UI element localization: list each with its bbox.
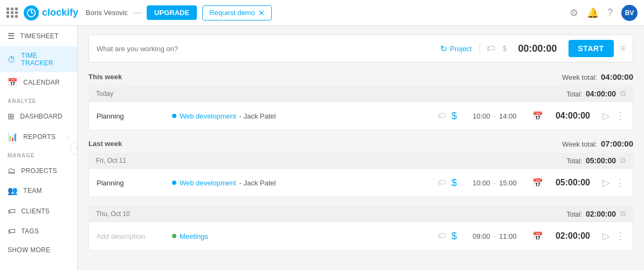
entry-end-time[interactable]: 11:00 [499,232,517,240]
today-copy-icon[interactable]: ⧉ [620,89,626,98]
topnav-icons: ⚙ 🔔 ? BV [570,5,638,21]
entry-end-time[interactable]: 15:00 [499,179,517,187]
fri-oct11-total: Total: 05:00:00 [567,156,616,165]
billable-icon[interactable]: $ [503,44,507,53]
entry-project-tag: Web development - Jack Patel [172,179,432,187]
sidebar-item-clients[interactable]: 🏷 CLIENTS [0,201,77,221]
help-icon[interactable]: ? [607,7,613,18]
entry-project-name[interactable]: Meetings [180,232,208,240]
this-week-total-value: 04:00:00 [601,72,633,81]
thu-oct10-total: Total: 02:00:00 [567,210,616,218]
entry-time-range: 09:00 - 11:00 [462,232,527,240]
timesheet-icon: ☰ [8,31,15,41]
entry-tag-icon[interactable]: 🏷 [437,178,446,188]
project-label: Project [450,45,471,53]
entry-description[interactable]: Planning [97,179,167,187]
tag-icon[interactable]: 🏷 [487,44,495,53]
time-dash: - [494,112,496,120]
entry-play-icon[interactable]: ▷ [602,110,610,122]
entry-play-icon[interactable]: ▷ [602,177,610,189]
entry-start-time[interactable]: 10:00 [472,179,490,187]
logo: clockify [24,5,78,20]
apps-grid-icon[interactable] [6,8,18,18]
time-entry-bar: ↻ Project 🏷 $ 00:00:00 START ≡ [88,34,633,63]
sidebar-item-label: TIME TRACKER [21,52,70,67]
entry-billable-icon[interactable]: $ [451,177,457,189]
entry-time-range: 10:00 - 15:00 [462,179,527,187]
entry-more-icon[interactable]: ⋮ [615,230,625,242]
entry-more-icon[interactable]: ⋮ [615,177,625,189]
sidebar-item-calendar[interactable]: 📅 CALENDAR [0,72,77,93]
avatar[interactable]: BV [621,5,638,21]
topnav: clockify Boris Vesovic ··· UPGRADE Reque… [0,0,644,26]
entry-calendar-icon[interactable]: 📅 [532,178,543,188]
description-input[interactable] [97,45,434,53]
close-demo-icon[interactable]: ✕ [258,9,265,17]
entry-tag-icon[interactable]: 🏷 [437,111,446,121]
entry-play-icon[interactable]: ▷ [602,230,610,242]
sidebar-item-time-tracker[interactable]: ⏱ TIME TRACKER [0,46,77,72]
tags-icon: 🏷 [8,226,16,236]
entry-end-time[interactable]: 14:00 [499,112,517,120]
project-selector[interactable]: ↻ Project [440,44,479,54]
thu-oct10-total-value: 02:00:00 [586,210,616,218]
last-week-total-value: 07:00:00 [601,139,633,148]
entry-calendar-icon[interactable]: 📅 [532,111,543,121]
request-demo-button[interactable]: Request demo ✕ [202,5,272,20]
entry-duration: 04:00:00 [549,111,597,121]
entry-duration: 02:00:00 [549,231,597,241]
entry-description[interactable]: Planning [97,112,167,120]
sidebar-item-timesheet[interactable]: ☰ TIMESHEET [0,26,77,46]
entry-tag-icon[interactable]: 🏷 [437,231,446,241]
notifications-icon[interactable]: 🔔 [587,7,599,19]
entry-billable-icon[interactable]: $ [451,231,457,242]
thu-copy-icon[interactable]: ⧉ [620,209,626,218]
project-rotate-icon: ↻ [440,44,447,54]
sidebar-item-reports[interactable]: 📊 REPORTS › [0,127,77,147]
entry-project-name[interactable]: Web development [180,112,236,120]
sidebar-item-show-more[interactable]: SHOW MORE [0,241,77,259]
last-week-header: Last week Week total: 07:00:00 [88,139,633,148]
thu-oct10-header: Thu, Oct 10 Total: 02:00:00 ⧉ [88,206,633,221]
sidebar-item-label: CLIENTS [21,207,50,215]
entry-time-range: 10:00 - 14:00 [462,112,527,120]
start-button[interactable]: START [568,40,614,57]
sidebar-item-team[interactable]: 👥 TEAM [0,181,77,201]
sidebar-item-label: TIMESHEET [20,32,58,40]
entry-project-name[interactable]: Web development [180,179,236,187]
upgrade-button[interactable]: UPGRADE [147,5,197,20]
last-week-title: Last week [88,140,122,148]
table-row: Add description Meetings 🏷 $ 09:00 - 11:… [88,221,633,251]
sidebar-item-tags[interactable]: 🏷 TAGS [0,221,77,241]
sidebar-item-projects[interactable]: 🗂 PROJECTS [0,161,77,181]
entry-start-time[interactable]: 09:00 [472,232,490,240]
entry-project-tag: Web development - Jack Patel [172,112,432,120]
fri-oct11-label: Fri, Oct 11 [96,157,567,164]
entry-start-time[interactable]: 10:00 [472,112,490,120]
team-icon: 👥 [8,186,18,196]
entry-calendar-icon[interactable]: 📅 [532,231,543,241]
view-mode-icon[interactable]: ≡ [620,44,625,53]
settings-icon[interactable]: ⚙ [570,7,578,19]
entry-duration: 05:00:00 [549,178,597,188]
dashboard-icon: ⊞ [8,112,15,121]
sidebar-item-dashboard[interactable]: ⊞ DASHBOARD [0,106,77,127]
manage-section-label: MANAGE [0,147,77,161]
projects-icon: 🗂 [8,166,16,175]
calendar-icon: 📅 [8,78,18,87]
collapse-icon: ‹ [76,145,78,151]
entry-client: - Jack Patel [239,112,276,120]
entry-billable-icon[interactable]: $ [451,110,457,122]
thu-oct10-group: Thu, Oct 10 Total: 02:00:00 ⧉ Add descri… [88,206,633,251]
timer-display: 00:00:00 [513,43,562,54]
entry-more-icon[interactable]: ⋮ [615,110,625,122]
more-options-icon[interactable]: ··· [133,7,141,18]
project-color-dot [172,234,176,238]
project-color-dot [172,114,176,118]
fri-copy-icon[interactable]: ⧉ [620,156,626,165]
fri-oct11-header: Fri, Oct 11 Total: 05:00:00 ⧉ [88,153,633,168]
entry-description-placeholder[interactable]: Add description [97,232,167,240]
time-dash: - [494,179,496,187]
sidebar-item-label: TAGS [21,227,39,235]
today-total: Total: 04:00:00 [567,89,616,98]
